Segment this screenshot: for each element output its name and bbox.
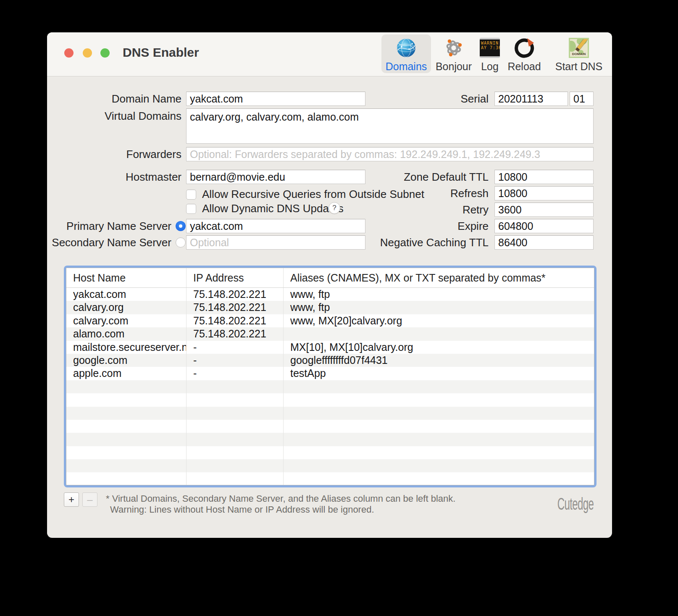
table-row[interactable]: mailstore.secureserver.net-MX[10], MX[10… [66,341,594,354]
expire-label: Expire [341,219,489,233]
table-cell: 75.148.202.221 [187,288,284,301]
refresh-input[interactable] [494,186,594,200]
refresh-label: Refresh [341,186,489,200]
table-row[interactable]: google.com-googleffffffffd07f4431 [66,354,594,367]
table-cell [284,407,594,420]
table-cell [284,459,594,472]
hostmaster-input[interactable] [186,170,365,184]
table-row[interactable] [66,433,594,446]
table-cell [66,407,187,420]
table-cell [66,472,187,485]
serial-input[interactable] [494,92,568,106]
table-row[interactable]: calvary.org75.148.202.221www, ftp [66,301,594,314]
footnote: * Virtual Domains, Secondary Name Server… [106,493,455,515]
column-header-ip-address[interactable]: IP Address [187,268,284,287]
table-cell [66,393,187,406]
reload-arrow-icon [514,38,534,58]
table-row[interactable]: yakcat.com75.148.202.221www, ftp [66,288,594,301]
minimize-button[interactable] [83,48,92,58]
negative-caching-ttl-input[interactable] [494,235,594,250]
secondary-ns-label: Secondary Name Server [47,235,171,250]
virtual-domains-textarea[interactable]: calvary.org, calvary.com, alamo.com [186,108,594,144]
column-header-host-name[interactable]: Host Name [66,268,187,287]
table-cell: 75.148.202.221 [187,327,284,340]
secondary-ns-radio[interactable] [176,237,186,247]
toolbar-item-log[interactable]: WARNIN AY 7:36 A Log [477,34,502,73]
retry-label: Retry [341,203,489,217]
toolbar-label-domains: Domains [381,61,431,73]
table-row[interactable] [66,472,594,485]
domain-name-label: Domain Name [47,92,181,106]
table-cell: MX[10], MX[10]calvary.org [284,341,594,354]
hosts-table-focus-ring: Host Name IP Address Aliases (CNAMES), M… [64,266,597,487]
table-cell [284,380,594,393]
primary-ns-radio[interactable] [176,221,186,231]
toolbar-item-reload[interactable]: Reload [507,34,541,73]
table-cell [66,446,187,459]
zone-default-ttl-input[interactable] [494,170,594,184]
table-row[interactable] [66,446,594,459]
table-cell: alamo.com [66,327,187,340]
help-button[interactable]: ? [328,202,340,214]
led-sign-icon: WARNIN AY 7:36 A [480,38,500,58]
serial-suffix-input[interactable] [570,92,594,106]
footnote-line-1: * Virtual Domains, Secondary Name Server… [106,493,455,504]
app-window: DNS Enabler Domains [47,32,612,538]
allow-recursive-checkbox[interactable] [186,190,196,200]
table-cell [284,393,594,406]
toolbar-item-domains[interactable]: Domains [381,34,431,73]
table-row[interactable]: apple.com-testApp [66,367,594,380]
zoom-button[interactable] [100,48,110,58]
add-row-button[interactable]: + [64,492,79,507]
forwarders-input[interactable] [186,147,594,161]
table-cell [187,433,284,446]
table-cell [284,327,594,340]
retry-input[interactable] [494,203,594,217]
table-cell [187,407,284,420]
table-row[interactable] [66,407,594,420]
serial-label: Serial [341,92,489,106]
led-line-1: WARNIN [480,41,500,45]
expire-input[interactable] [494,219,594,233]
hostmaster-label: Hostmaster [47,170,181,184]
table-cell: googleffffffffd07f4431 [284,354,594,367]
table-row[interactable] [66,393,594,406]
table-cell: - [187,367,284,380]
table-cell [187,380,284,393]
table-cell [284,472,594,485]
table-body: yakcat.com75.148.202.221www, ftpcalvary.… [66,288,594,485]
toolbar-item-start-dns[interactable]: DOMAIN Start DNS [549,34,608,73]
table-cell: apple.com [66,367,187,380]
primary-ns-label: Primary Name Server [47,219,171,233]
close-button[interactable] [64,48,74,58]
hosts-table[interactable]: Host Name IP Address Aliases (CNAMES), M… [66,268,594,485]
table-cell: www, ftp [284,301,594,314]
table-row[interactable]: alamo.com75.148.202.221 [66,327,594,340]
led-line-2: AY 7:36 A [480,45,500,50]
table-cell: www, MX[20]calvary.org [284,314,594,327]
toolbar-label-reload: Reload [507,61,541,73]
table-cell [66,433,187,446]
remove-row-button[interactable]: – [82,492,97,507]
column-header-aliases[interactable]: Aliases (CNAMES), MX or TXT separated by… [284,268,594,287]
toolbar-item-bonjour[interactable]: Bonjour [434,34,473,73]
table-row[interactable] [66,380,594,393]
table-cell: testApp [284,367,594,380]
map-land-shape [569,41,576,52]
secondary-ns-input[interactable] [186,235,365,250]
table-cell: 75.148.202.221 [187,301,284,314]
table-row[interactable]: calvary.com75.148.202.221www, MX[20]calv… [66,314,594,327]
table-cell [187,472,284,485]
table-row[interactable] [66,420,594,433]
table-cell: 75.148.202.221 [187,314,284,327]
table-row[interactable] [66,459,594,472]
table-cell [284,433,594,446]
table-cell [187,446,284,459]
footnote-line-2: Warning: Lines without Host Name or IP A… [110,504,455,515]
domain-name-input[interactable] [186,92,365,106]
primary-ns-input[interactable] [186,219,365,233]
allow-dynamic-checkbox[interactable] [186,204,196,214]
forwarders-label: Forwarders [47,147,181,161]
table-cell: - [187,354,284,367]
virtual-domains-label: Virtual Domains [47,109,181,123]
